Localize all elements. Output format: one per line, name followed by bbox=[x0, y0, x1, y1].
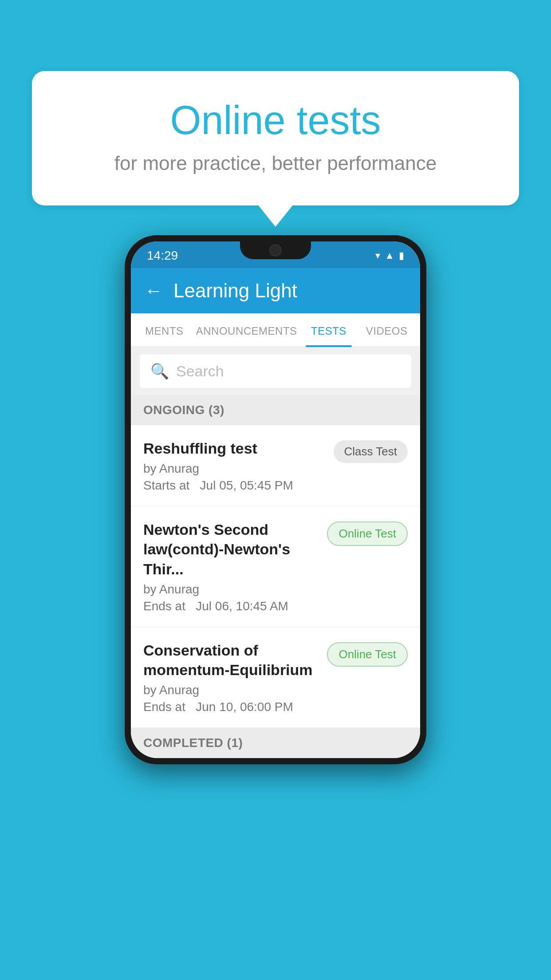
phone-notch bbox=[240, 241, 311, 259]
test-item-3[interactable]: Conservation of momentum-Equilibrium by … bbox=[131, 627, 420, 728]
promo-bubble: Online tests for more practice, better p… bbox=[32, 71, 519, 205]
test-by-2: by Anurag bbox=[143, 582, 318, 597]
test-by-1: by Anurag bbox=[143, 462, 325, 476]
phone-screen: 14:29 ▾ ▲ ▮ ← Learning Light MENTS ANNOU… bbox=[131, 241, 420, 758]
battery-icon: ▮ bbox=[399, 250, 404, 261]
search-bar[interactable]: 🔍 Search bbox=[140, 354, 411, 388]
tab-ments[interactable]: MENTS bbox=[135, 313, 193, 346]
bubble-subtitle: for more practice, better performance bbox=[67, 152, 484, 174]
app-title: Learning Light bbox=[173, 280, 297, 302]
back-arrow-icon[interactable]: ← bbox=[144, 281, 163, 300]
status-icons: ▾ ▲ ▮ bbox=[375, 250, 404, 261]
test-time-1: Starts at Jul 05, 05:45 PM bbox=[143, 478, 325, 493]
test-item-1[interactable]: Reshuffling test by Anurag Starts at Jul… bbox=[131, 425, 420, 506]
test-by-3: by Anurag bbox=[143, 683, 318, 697]
test-time-value-2: Jul 06, 10:45 AM bbox=[196, 599, 288, 613]
test-badge-2: Online Test bbox=[327, 522, 408, 546]
test-time-label-1: Starts at bbox=[143, 478, 189, 492]
test-info-2: Newton's Second law(contd)-Newton's Thir… bbox=[143, 520, 327, 613]
test-time-value-3: Jun 10, 06:00 PM bbox=[196, 700, 293, 714]
test-time-2: Ends at Jul 06, 10:45 AM bbox=[143, 599, 318, 613]
test-list: Reshuffling test by Anurag Starts at Jul… bbox=[131, 425, 420, 728]
test-time-label-2: Ends at bbox=[143, 599, 185, 613]
tab-announcements[interactable]: ANNOUNCEMENTS bbox=[193, 313, 300, 346]
test-info-3: Conservation of momentum-Equilibrium by … bbox=[143, 640, 327, 714]
test-name-3: Conservation of momentum-Equilibrium bbox=[143, 640, 318, 680]
ongoing-section-header: ONGOING (3) bbox=[131, 395, 420, 425]
bubble-title: Online tests bbox=[67, 98, 484, 143]
completed-section-header: COMPLETED (1) bbox=[131, 728, 420, 758]
search-placeholder: Search bbox=[176, 363, 224, 380]
test-name-1: Reshuffling test bbox=[143, 439, 325, 458]
search-icon: 🔍 bbox=[150, 362, 169, 380]
test-time-label-3: Ends at bbox=[143, 700, 185, 714]
test-info-1: Reshuffling test by Anurag Starts at Jul… bbox=[143, 439, 334, 493]
test-time-3: Ends at Jun 10, 06:00 PM bbox=[143, 700, 318, 714]
test-name-2: Newton's Second law(contd)-Newton's Thir… bbox=[143, 520, 318, 579]
tab-bar: MENTS ANNOUNCEMENTS TESTS VIDEOS bbox=[131, 313, 420, 347]
phone-camera bbox=[269, 244, 282, 257]
tab-videos[interactable]: VIDEOS bbox=[358, 313, 416, 346]
signal-icon: ▲ bbox=[385, 250, 394, 261]
test-item-2[interactable]: Newton's Second law(contd)-Newton's Thir… bbox=[131, 506, 420, 627]
test-badge-3: Online Test bbox=[327, 642, 408, 667]
status-time: 14:29 bbox=[147, 249, 178, 263]
test-badge-1: Class Test bbox=[334, 440, 408, 463]
search-bar-wrap: 🔍 Search bbox=[131, 347, 420, 395]
phone-mockup: 14:29 ▾ ▲ ▮ ← Learning Light MENTS ANNOU… bbox=[125, 235, 426, 764]
tab-tests[interactable]: TESTS bbox=[300, 313, 358, 346]
phone-outer: 14:29 ▾ ▲ ▮ ← Learning Light MENTS ANNOU… bbox=[125, 235, 426, 764]
test-time-value-1: Jul 05, 05:45 PM bbox=[200, 478, 293, 492]
app-header: ← Learning Light bbox=[131, 268, 420, 313]
wifi-icon: ▾ bbox=[375, 250, 380, 261]
